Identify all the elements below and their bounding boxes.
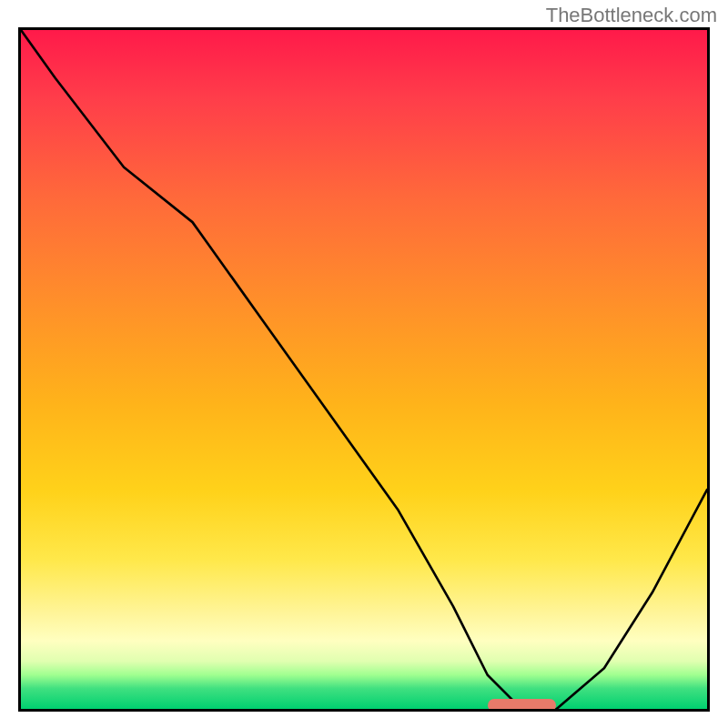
chart-curve: [21, 30, 707, 712]
chart-frame: [18, 27, 710, 712]
watermark-text: TheBottleneck.com: [546, 4, 717, 27]
chart-marker: [488, 699, 556, 712]
